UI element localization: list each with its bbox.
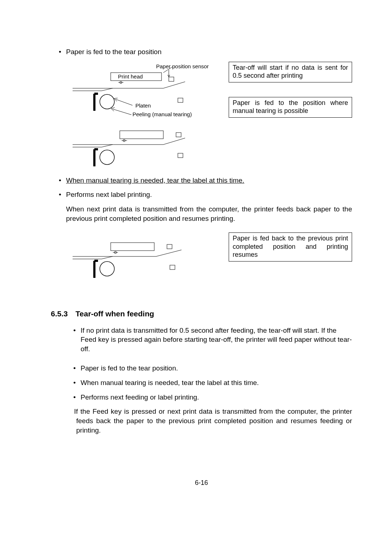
label-print-head: Print head xyxy=(118,73,143,80)
info-box-fed-position: Paper is fed to the position where manua… xyxy=(229,97,352,118)
label-platen: Platen xyxy=(135,102,151,109)
svg-line-14 xyxy=(115,99,132,105)
paragraph-653-indent: If the Feed key is pressed or next print… xyxy=(65,407,352,435)
svg-point-11 xyxy=(100,94,114,109)
svg-point-37 xyxy=(100,262,114,276)
bullet-manual-tear: When manual tearing is needed, tear the … xyxy=(51,176,352,185)
svg-point-25 xyxy=(100,150,114,165)
svg-rect-35 xyxy=(167,244,172,249)
svg-rect-23 xyxy=(176,133,181,137)
label-peeling: Peeling (manual tearing) xyxy=(132,111,192,117)
svg-line-15 xyxy=(113,109,131,115)
svg-line-32 xyxy=(156,250,181,256)
bullet-653-3: When manual tearing is needed, tear the … xyxy=(65,378,352,388)
svg-line-8 xyxy=(102,88,113,91)
info-box-tearoff-start: Tear-off will start if no data is sent f… xyxy=(229,62,352,82)
svg-rect-36 xyxy=(170,265,175,270)
label-paper-position-sensor: Paper position sensor xyxy=(156,63,209,69)
svg-line-4 xyxy=(163,82,185,88)
svg-line-20 xyxy=(102,145,113,147)
svg-rect-24 xyxy=(178,153,183,158)
figure-feed-back xyxy=(69,232,200,283)
svg-line-18 xyxy=(163,138,185,145)
bullet-653-1: If no print data is transmitted for 0.5 … xyxy=(65,326,352,354)
section-heading-653: 6.5.3Tear-off when feeding xyxy=(51,309,352,319)
svg-rect-10 xyxy=(178,98,183,102)
bullet-fed-to-tear: Paper is fed to the tear position xyxy=(51,47,352,57)
info-box-fed-back: Paper is fed back to the previous print … xyxy=(229,232,352,262)
bullet-653-4: Performs next feeding or label printing. xyxy=(65,393,352,402)
bullet-performs-next: Performs next label printing. xyxy=(51,190,352,199)
paragraph-next-print: When next print data is transmitted from… xyxy=(51,204,352,223)
figure-tear-position: Paper position sensor Print head P xyxy=(69,62,214,167)
bullet-653-2: Paper is fed to the tear position. xyxy=(65,364,352,373)
svg-line-34 xyxy=(102,256,113,259)
svg-rect-16 xyxy=(120,131,163,139)
page-number: 6-16 xyxy=(51,478,352,487)
svg-rect-28 xyxy=(111,243,154,251)
svg-rect-9 xyxy=(169,77,174,81)
